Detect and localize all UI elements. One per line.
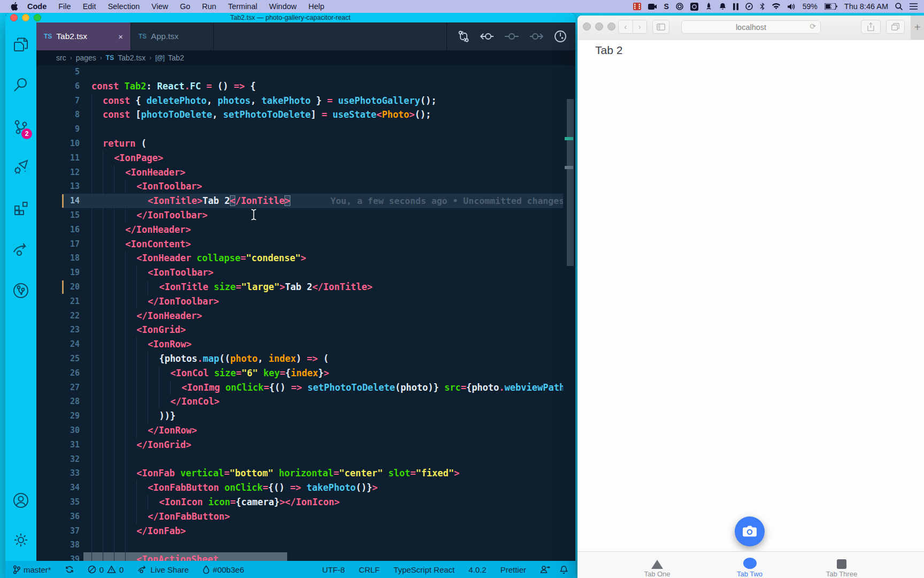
sidebar-button[interactable]: [652, 20, 669, 34]
spotlight-icon[interactable]: [895, 2, 903, 11]
menu-window[interactable]: Window: [263, 2, 303, 11]
accounts-icon[interactable]: [5, 491, 36, 509]
new-tab-button[interactable]: +: [911, 16, 924, 40]
code-line[interactable]: 28</IonCol>: [62, 394, 563, 409]
address-bar[interactable]: localhost ⟳: [681, 20, 821, 34]
code-line[interactable]: 34<IonFabButton onClick={() => takePhoto…: [62, 481, 563, 495]
code-editor[interactable]: 56const Tab2: React.FC = () => {7const {…: [36, 65, 575, 561]
history-circle-icon[interactable]: [554, 30, 567, 43]
menu-selection[interactable]: Selection: [102, 2, 146, 11]
volume-icon[interactable]: [788, 2, 796, 11]
code-line[interactable]: 7const { deletePhoto, photos, takePhoto …: [62, 94, 563, 108]
formatter-item[interactable]: Prettier: [500, 565, 526, 574]
sync-button[interactable]: [65, 565, 74, 574]
code-line[interactable]: 6const Tab2: React.FC = () => {: [62, 79, 563, 94]
extensions-icon[interactable]: [5, 199, 36, 217]
change-marker-icon[interactable]: [505, 32, 519, 41]
apple-menu-icon[interactable]: [7, 2, 21, 11]
menu-help[interactable]: Help: [303, 2, 330, 11]
code-line[interactable]: 13<IonToolbar>: [62, 179, 563, 194]
tabs-overview-button[interactable]: [886, 20, 905, 34]
search-icon[interactable]: [5, 75, 36, 94]
breadcrumb-src[interactable]: src: [56, 54, 66, 62]
code-line[interactable]: 5: [62, 65, 563, 79]
tab-one-button[interactable]: Tab One: [625, 552, 689, 578]
refresh-icon[interactable]: ⟳: [810, 22, 816, 31]
menu-terminal[interactable]: Terminal: [222, 2, 263, 11]
notifications-button[interactable]: [560, 565, 568, 574]
code-line[interactable]: 20<IonTitle size="large">Tab 2</IonTitle…: [62, 280, 563, 294]
tab-two-button[interactable]: Tab Two: [718, 552, 782, 578]
editor-scrollbar[interactable]: [567, 99, 574, 266]
code-line[interactable]: 9: [62, 122, 563, 136]
window-app-icon[interactable]: [690, 2, 698, 11]
code-line[interactable]: 8const [photoToDelete, setPhotoToDelete]…: [62, 108, 563, 122]
tab-tab2-tsx[interactable]: TS Tab2.tsx ×: [36, 22, 131, 50]
code-line[interactable]: 31</IonGrid>: [62, 438, 563, 452]
film-icon[interactable]: [633, 2, 641, 11]
menu-view[interactable]: View: [145, 2, 174, 11]
code-line[interactable]: 11<IonPage>: [62, 151, 563, 165]
s-app-icon[interactable]: S: [664, 2, 668, 11]
code-line[interactable]: 18<IonHeader collapse="condense">: [62, 251, 563, 265]
explorer-icon[interactable]: [5, 35, 36, 54]
live-share-icon[interactable]: [5, 240, 36, 258]
close-window-button[interactable]: [583, 22, 591, 31]
forward-button[interactable]: ›: [633, 20, 647, 33]
camera-fab-button[interactable]: [735, 516, 765, 546]
code-line[interactable]: 24<IonRow>: [62, 337, 563, 352]
code-line[interactable]: 10return (: [62, 136, 563, 151]
git-branch-item[interactable]: master*: [13, 565, 51, 574]
encoding-item[interactable]: UTF-8: [322, 565, 345, 574]
gitlens-icon[interactable]: [5, 282, 36, 300]
settings-gear-icon[interactable]: [5, 531, 36, 549]
menu-file[interactable]: File: [52, 2, 76, 11]
code-line[interactable]: 21</IonToolbar>: [62, 294, 563, 309]
minimize-window-button[interactable]: [595, 22, 603, 31]
code-line[interactable]: 29))}: [62, 409, 563, 423]
live-share-button[interactable]: Live Share: [137, 565, 189, 574]
compass-icon[interactable]: [745, 2, 753, 11]
source-control-icon[interactable]: 2: [5, 118, 36, 136]
previous-change-icon[interactable]: [480, 32, 494, 41]
close-tab-icon[interactable]: ×: [118, 32, 123, 41]
color-item[interactable]: #00b3e6: [203, 565, 244, 574]
code-line[interactable]: 16</IonHeader>: [62, 223, 563, 237]
menu-go[interactable]: Go: [174, 2, 196, 11]
code-line[interactable]: 12<IonHeader>: [62, 165, 563, 180]
git-compare-icon[interactable]: [458, 30, 469, 43]
traffic-lights-inactive[interactable]: [583, 22, 615, 31]
breadcrumb-symbol-tab2[interactable]: Tab2: [168, 54, 184, 62]
code-line[interactable]: 35<IonIcon icon={camera}></IonIcon>: [62, 495, 563, 509]
tab-three-button[interactable]: Tab Three: [810, 552, 874, 578]
eol-item[interactable]: CRLF: [359, 565, 380, 574]
code-line[interactable]: 26<IonCol size="6" key={index}>: [62, 366, 563, 381]
menubar-clock[interactable]: Thu 8:46 AM: [844, 2, 888, 11]
code-line[interactable]: 19<IonToolbar>: [62, 265, 563, 280]
language-mode-item[interactable]: TypeScript React: [394, 565, 455, 574]
tab-app-tsx[interactable]: TS App.tsx: [131, 22, 214, 50]
code-line[interactable]: 22</IonHeader>: [62, 309, 563, 323]
zoom-window-button[interactable]: [607, 22, 615, 31]
breadcrumb-pages[interactable]: pages: [76, 54, 96, 62]
control-center-icon[interactable]: [910, 2, 918, 11]
feedback-button[interactable]: [540, 565, 550, 574]
rocket-icon[interactable]: [705, 2, 712, 11]
menu-app-name[interactable]: Code: [21, 2, 52, 11]
code-line[interactable]: 23<IonGrid>: [62, 323, 563, 337]
bell-icon[interactable]: [719, 2, 726, 11]
bluetooth-icon[interactable]: [760, 2, 765, 11]
wifi-icon[interactable]: [772, 2, 781, 11]
code-line[interactable]: 33<IonFab vertical="bottom" horizontal="…: [62, 466, 563, 481]
code-line[interactable]: 32: [62, 452, 563, 467]
breadcrumb-file[interactable]: Tab2.tsx: [118, 54, 145, 62]
code-line[interactable]: 30</IonRow>: [62, 423, 563, 438]
code-line[interactable]: 39<IonActionSheet: [62, 552, 563, 561]
camera-icon[interactable]: [648, 2, 657, 11]
code-line[interactable]: 14<IonTitle>Tab 2</IonTitle>You, a few s…: [62, 194, 563, 208]
code-line[interactable]: 25{photos.map((photo, index) => (: [62, 352, 563, 366]
share-button[interactable]: [861, 20, 881, 34]
next-change-icon[interactable]: [529, 32, 543, 41]
code-line[interactable]: 17<IonContent>: [62, 237, 563, 252]
run-debug-icon[interactable]: [5, 158, 36, 176]
